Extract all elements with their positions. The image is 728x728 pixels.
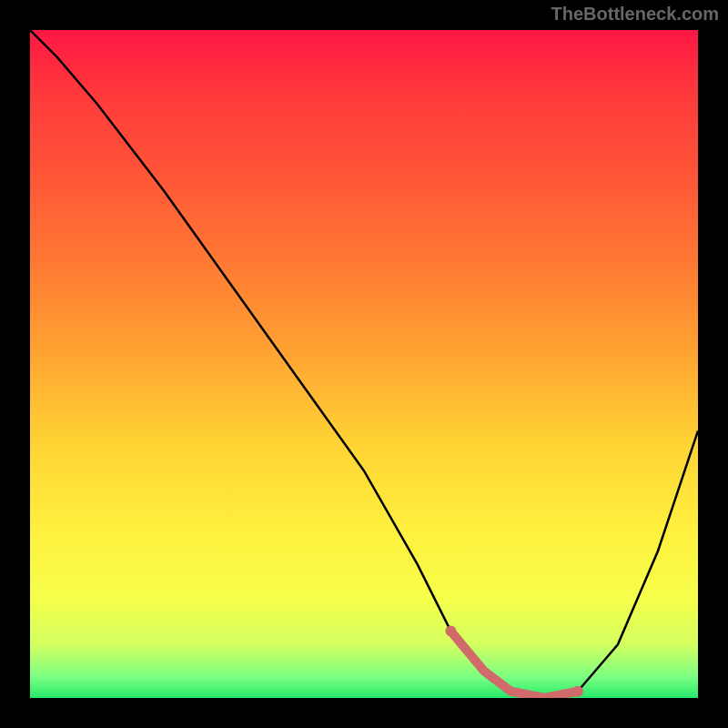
watermark-text: TheBottleneck.com [551,4,719,25]
curve-line [30,30,698,698]
highlight-segment [450,632,578,698]
highlight-end-dot [572,686,583,697]
chart-plot-area [30,30,698,698]
chart-svg [30,30,698,698]
highlight-start-dot [445,626,456,637]
